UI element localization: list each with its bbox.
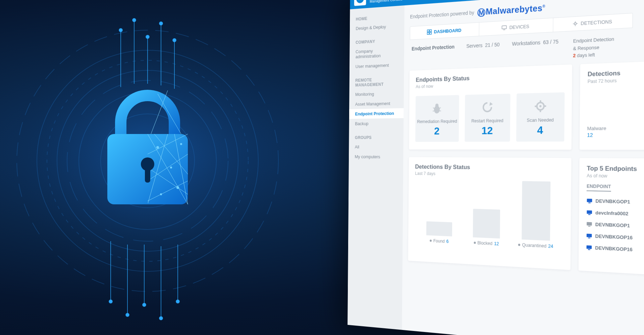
svg-point-40 xyxy=(141,157,154,171)
bar-value: 6 xyxy=(446,239,449,244)
target-icon xyxy=(533,98,548,114)
stats-title: Endpoint Protection xyxy=(412,44,454,52)
workstations-stat: Workstations 63 / 75 xyxy=(512,39,558,47)
svg-point-17 xyxy=(173,39,176,42)
svg-marker-68 xyxy=(489,102,493,106)
card-title: Detections xyxy=(588,68,644,78)
endpoint-name: DEVNBKGOP1 xyxy=(595,198,630,205)
sidebar-item-all[interactable]: All xyxy=(349,142,404,152)
sidebar-item-backup[interactable]: Backup xyxy=(349,118,404,129)
svg-point-5 xyxy=(17,30,278,291)
malware-value: 12 xyxy=(587,132,644,138)
svg-rect-72 xyxy=(535,106,537,107)
restart-icon xyxy=(481,100,494,115)
svg-point-4 xyxy=(37,50,258,271)
svg-point-11 xyxy=(132,18,136,22)
edr-status: Endpoint Detection & Response 2 days lef… xyxy=(573,36,614,59)
svg-line-33 xyxy=(148,154,188,181)
tile-value: 2 xyxy=(417,125,458,137)
endpoint-row[interactable]: DEVNBKGOP1 xyxy=(586,195,644,208)
malwarebytes-logo: ⓂMalwarebytes® xyxy=(478,2,545,18)
svg-point-19 xyxy=(109,300,112,303)
endpoint-name: DEVNBKGOP16 xyxy=(595,245,633,253)
detections-icon xyxy=(573,21,578,27)
monitor-icon xyxy=(586,245,592,251)
svg-point-42 xyxy=(156,146,159,149)
svg-rect-54 xyxy=(430,32,431,34)
hero-security-art xyxy=(0,0,322,335)
svg-point-9 xyxy=(119,28,122,32)
svg-rect-55 xyxy=(502,25,507,29)
svg-point-6 xyxy=(47,60,248,261)
svg-rect-76 xyxy=(588,202,591,203)
management-console: TeamViewer Management Console HOME Desig… xyxy=(347,0,644,335)
svg-rect-71 xyxy=(540,109,541,112)
teamviewer-logo-icon xyxy=(354,0,366,6)
sidebar: HOME Design & Deploy COMPANY Company adm… xyxy=(347,5,405,330)
svg-line-37 xyxy=(148,168,188,194)
tab-dashboard-label: DASHBOARD xyxy=(434,27,462,34)
top-endpoints-card: Top 5 Endpoints As of now ENDPOINT DEVNB… xyxy=(579,158,644,275)
svg-point-13 xyxy=(146,35,149,39)
bar-label: Quarantined xyxy=(522,243,546,249)
svg-point-57 xyxy=(574,22,576,25)
tile-label: Restart Required xyxy=(466,118,509,124)
svg-point-44 xyxy=(176,186,179,189)
tile-value: 4 xyxy=(518,124,563,136)
svg-line-39 xyxy=(151,90,168,134)
svg-line-32 xyxy=(154,134,188,174)
detections-summary-card: Detections Past 72 hours Malware 12 xyxy=(580,61,644,150)
svg-rect-80 xyxy=(588,226,590,226)
endpoint-name: devcInfra0002 xyxy=(595,210,628,217)
endpoint-name: DEVNBKGOP1 xyxy=(595,222,630,229)
svg-point-15 xyxy=(159,22,163,25)
monitor-icon xyxy=(586,221,592,227)
svg-rect-82 xyxy=(588,238,590,239)
endpoint-list: DEVNBKGOP1 devcInfra0002 DEVNBKGOP1 DEVN… xyxy=(586,195,644,256)
tab-detections-label: DETECTIONS xyxy=(581,19,612,26)
sidebar-item-endpoint-protection[interactable]: Endpoint Protection xyxy=(349,108,404,119)
sidebar-item-asset-management[interactable]: Asset Management xyxy=(349,98,404,109)
monitor-icon xyxy=(587,198,593,204)
powered-by-label: Endpoint Protection powered by xyxy=(410,10,474,19)
tile-scan-needed[interactable]: Scan Needed 4 xyxy=(516,92,565,142)
card-subtitle: As of now xyxy=(587,173,644,179)
svg-line-35 xyxy=(148,134,168,204)
card-title: Detections By Status xyxy=(415,163,564,172)
svg-point-25 xyxy=(159,317,163,320)
svg-rect-41 xyxy=(145,168,150,183)
svg-rect-75 xyxy=(587,199,592,202)
svg-point-3 xyxy=(57,70,238,251)
detections-bar-chart: Found 6 Blocked 12 Quarantined 24 xyxy=(415,184,564,250)
main-content: Endpoint Protection powered by ⓂMalwareb… xyxy=(402,0,644,335)
svg-rect-53 xyxy=(427,32,429,35)
sidebar-item-monitoring[interactable]: Monitoring xyxy=(349,88,404,99)
svg-point-21 xyxy=(126,313,129,317)
tile-label: Scan Needed xyxy=(518,117,563,124)
svg-point-43 xyxy=(170,166,172,169)
svg-point-2 xyxy=(79,92,216,229)
servers-stat: Servers 21 / 50 xyxy=(466,42,499,49)
sidebar-item-company-admin[interactable]: Company administration xyxy=(350,44,404,62)
monitor-icon xyxy=(586,233,592,239)
endpoint-row[interactable]: DEVNBKGOP16 xyxy=(586,242,644,256)
svg-point-46 xyxy=(180,143,182,145)
dashboard-icon xyxy=(427,29,432,35)
tile-label: Remediation Required xyxy=(417,119,458,125)
endpoints-by-status-card: Endpoints By Status As of now Remediatio… xyxy=(409,64,572,150)
svg-point-0 xyxy=(7,20,288,302)
tile-remediation-required[interactable]: Remediation Required 2 xyxy=(415,95,459,142)
svg-rect-28 xyxy=(107,134,188,204)
svg-line-38 xyxy=(158,94,181,134)
svg-rect-81 xyxy=(587,233,592,237)
svg-point-1 xyxy=(101,114,195,208)
sidebar-item-my-computers[interactable]: My computers xyxy=(349,152,404,162)
sidebar-heading-groups: GROUPS xyxy=(349,133,404,142)
detections-by-status-card: Detections By Status Last 7 days Found 6… xyxy=(408,157,572,270)
svg-rect-51 xyxy=(427,30,429,32)
svg-rect-83 xyxy=(586,245,592,249)
svg-rect-78 xyxy=(588,214,591,215)
tile-restart-required[interactable]: Restart Required 12 xyxy=(465,93,511,142)
monitor-icon xyxy=(586,210,592,215)
bar-label: Blocked xyxy=(477,241,492,246)
